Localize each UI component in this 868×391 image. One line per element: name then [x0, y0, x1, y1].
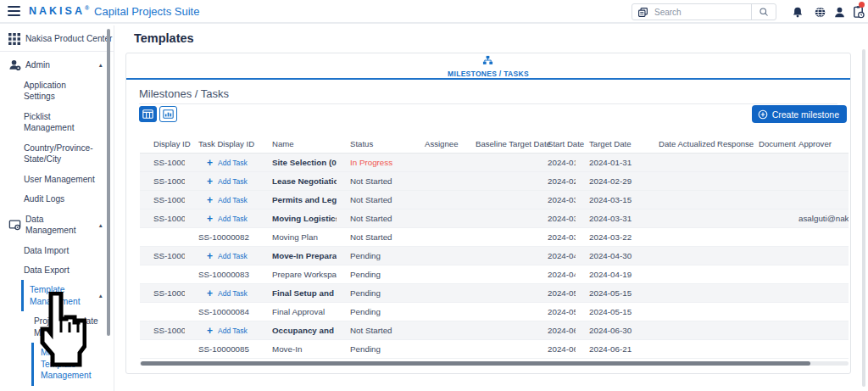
column-header-assignee[interactable]: Assignee [411, 139, 462, 148]
table-row[interactable]: SS-10000084Final ApprovalPending2024-05-… [140, 303, 849, 321]
add-task-link[interactable]: +Add Task [207, 288, 248, 299]
cell-target_date: 2024-05-15 [576, 288, 645, 298]
sidebar-item-data-export[interactable]: Data Export [0, 260, 114, 280]
search-input[interactable] [653, 8, 751, 17]
sidebar-item-proposal-email-template-management[interactable]: Proposal Email Template Management [0, 386, 114, 391]
add-task-link[interactable]: +Add Task [207, 195, 248, 205]
cell-task: +Add Task [185, 251, 259, 261]
add-task-link[interactable]: +Add Task [207, 214, 248, 224]
table-row[interactable]: SS-10001007+Add TaskFinal Setup and Insp… [140, 284, 849, 303]
create-milestone-label: Create milestone [772, 109, 839, 120]
plus-icon: + [207, 251, 213, 261]
column-header-name[interactable]: Name [259, 139, 337, 148]
sidebar-item-label: Template Management [30, 284, 89, 307]
sidebar-item-milestone-template-management[interactable]: Milestone Template Management [31, 343, 114, 385]
column-header-target_date[interactable]: Target Date [576, 139, 645, 148]
data-icon [8, 219, 21, 231]
column-header-baseline_target_date[interactable]: Baseline Target Date [462, 139, 534, 148]
table-row[interactable]: SS-10000085Move-InPending2024-06-012024-… [140, 340, 849, 359]
plus-icon: + [207, 195, 213, 205]
sidebar-item-user-management[interactable]: User Management [0, 170, 114, 189]
tab-milestones-tasks[interactable]: MILESTONES / TASKS [434, 53, 542, 78]
search-box[interactable] [632, 3, 776, 20]
sidebar-item-data-management[interactable]: Data Management▲ [0, 209, 114, 241]
main-content: Templates MILESTONES / TASKS Milestones … [115, 25, 868, 391]
cell-start_date: 2024-05-01 [534, 307, 576, 316]
cell-target_date: 2024-05-15 [576, 307, 645, 316]
plus-icon: + [207, 288, 213, 299]
sidebar-item-label: Milestone Template Management [41, 347, 113, 381]
add-task-link[interactable]: +Add Task [207, 251, 248, 261]
chevron-up-icon[interactable]: ▲ [98, 62, 103, 68]
table-row[interactable]: SS-10000083Prepare WorkspacesPending2024… [140, 265, 849, 284]
cell-target_date: 2024-04-30 [576, 251, 645, 260]
sidebar-scrollbar[interactable] [107, 29, 110, 336]
table-row[interactable]: SS-10001002+Add TaskSite Selection (0%)I… [140, 154, 849, 172]
table-row[interactable]: SS-10000082Moving PlanNot Started2024-03… [140, 228, 849, 247]
column-header-task[interactable]: Task Display ID [185, 139, 259, 148]
column-header-date_actualized[interactable]: Date Actualized [645, 139, 704, 148]
cell-task: SS-10000084 [185, 307, 259, 316]
chevron-up-icon[interactable]: ▲ [98, 222, 103, 228]
table-view-icon [142, 109, 153, 119]
table-row[interactable]: SS-10001003+Add TaskLease Negotiation (0… [140, 172, 849, 191]
sidebar-item-country-province-state-city[interactable]: Country/Province-State/City [0, 138, 114, 170]
language-globe-icon[interactable] [812, 4, 827, 20]
cell-start_date: 2024-03-01 [534, 195, 576, 204]
cell-display_id: SS-10001006 [140, 251, 185, 260]
sidebar-item-application-settings[interactable]: Application Settings [0, 75, 114, 107]
sidebar-item-audit-logs[interactable]: Audit Logs [0, 189, 114, 209]
cell-start_date: 2024-01-15 [534, 158, 576, 167]
sidebar-item-label: Picklist Management [24, 111, 97, 134]
page-title: Templates [134, 31, 194, 45]
sidebar-item-label: Country/Province-State/City [24, 142, 97, 165]
table-row[interactable]: SS-10001005+Add TaskMoving Logistics Pla… [140, 209, 849, 228]
sidebar-divider [0, 51, 114, 52]
sidebar-item-product-center[interactable]: Nakisa Product Center [0, 29, 114, 49]
column-header-document[interactable]: Document [745, 139, 785, 148]
milestones-hierarchy-icon [482, 53, 493, 69]
cell-status: Pending [337, 288, 411, 298]
column-header-response[interactable]: Response [704, 139, 745, 148]
create-milestone-button[interactable]: Create milestone [752, 105, 847, 123]
add-task-link[interactable]: +Add Task [207, 326, 248, 336]
chevron-up-icon[interactable]: ▲ [98, 293, 103, 299]
search-icon[interactable] [751, 4, 776, 20]
cell-task: +Add Task [185, 326, 259, 336]
sidebar-item-label: User Management [24, 174, 95, 185]
column-header-start_date[interactable]: Start Date [534, 139, 576, 148]
table-row[interactable]: SS-10001004+Add TaskPermits and Legal Do… [140, 191, 849, 209]
table-header-row: Display IDTask Display IDNameStatusAssig… [140, 134, 849, 154]
column-header-status[interactable]: Status [337, 139, 411, 148]
cell-task: SS-10000085 [185, 344, 259, 354]
table-view-toggle[interactable] [139, 106, 157, 122]
table-horizontal-scrollbar[interactable] [141, 361, 810, 366]
user-account-icon[interactable] [832, 4, 847, 20]
cell-name: Moving Plan [259, 232, 337, 242]
add-task-link[interactable]: +Add Task [207, 158, 248, 168]
page-scrollbar[interactable] [862, 49, 865, 387]
sidebar-item-picklist-management[interactable]: Picklist Management [0, 107, 114, 138]
chart-view-toggle[interactable] [159, 106, 177, 122]
windows-stack-icon[interactable] [632, 7, 653, 18]
cell-name: Permits and Legal Doc... [259, 195, 337, 204]
tab-bar: MILESTONES / TASKS [126, 53, 850, 80]
sidebar-item-template-management[interactable]: Template Management▲ [21, 280, 114, 311]
add-task-link[interactable]: +Add Task [207, 176, 248, 187]
column-header-display_id[interactable]: Display ID [140, 139, 185, 148]
sidebar-item-project-template-management[interactable]: Project Template Management [0, 311, 114, 343]
sidebar-item-data-import[interactable]: Data Import [0, 241, 114, 260]
sidebar-item-label: Data Export [24, 265, 70, 276]
plus-icon: + [207, 176, 213, 187]
column-header-approver[interactable]: Approver [785, 139, 849, 148]
cell-status: Pending [337, 270, 411, 279]
cell-status: Not Started [337, 232, 411, 242]
table-row[interactable]: SS-10001006+Add TaskMove-In Preparation … [140, 247, 849, 265]
hamburger-menu-icon[interactable] [8, 6, 20, 16]
notifications-bell-icon[interactable] [790, 4, 805, 20]
cell-target_date: 2024-03-31 [576, 214, 645, 223]
sidebar-item-admin[interactable]: Admin▲ [0, 54, 114, 75]
cell-start_date: 2024-06-01 [534, 326, 576, 335]
cell-start_date: 2024-03-16 [534, 214, 576, 223]
table-row[interactable]: SS-10001008+Add TaskOccupancy and Hando.… [140, 321, 849, 340]
